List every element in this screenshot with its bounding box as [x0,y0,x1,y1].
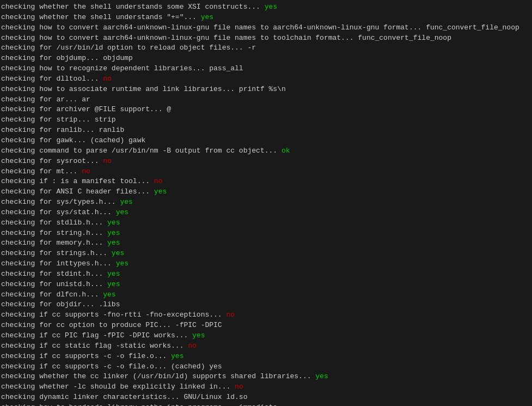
terminal-line: checking for ar... ar [1,95,531,105]
terminal-line: checking if cc supports -c -o file.o... … [1,352,531,362]
terminal-line: checking for dlltool... no [1,74,531,84]
terminal-line: checking if cc supports -fno-rtti -fno-e… [1,310,531,320]
terminal-line: checking for gawk... (cached) gawk [1,136,531,146]
terminal-line: checking how to recognize dependent libr… [1,64,531,74]
terminal-line: checking dynamic linker characteristics.… [1,392,531,403]
terminal-line: checking for strip... strip [1,115,531,125]
terminal-line: checking if cc static flag -static works… [1,341,531,352]
terminal-line: checking if cc supports -c -o file.o... … [1,362,531,372]
terminal-line: checking for mt... no [1,167,531,177]
terminal-line: checking whether -lc should be explicitl… [1,382,531,392]
terminal: checking whether the shell understands s… [0,0,532,406]
terminal-line: checking if : is a manifest tool... no [1,177,531,187]
terminal-line: checking for ANSI C header files... yes [1,187,531,197]
terminal-line: checking for memory.h... yes [1,238,531,249]
terminal-line: checking how to convert aarch64-unknown-… [1,33,531,44]
terminal-line: checking how to associate runtime and li… [1,84,531,95]
terminal-line: checking command to parse /usr/bin/nm -B… [1,146,531,156]
terminal-line: checking for inttypes.h... yes [1,259,531,269]
terminal-line: checking how to convert aarch64-unknown-… [1,23,531,33]
terminal-line: checking for archiver @FILE support... @ [1,105,531,115]
terminal-line: checking whether the shell understands "… [1,13,531,23]
terminal-line: checking for stdlib.h... yes [1,218,531,228]
terminal-line: checking for /usr/bin/ld option to reloa… [1,43,531,53]
terminal-line: checking for unistd.h... yes [1,280,531,290]
terminal-line: checking for sys/stat.h... yes [1,208,531,218]
terminal-line: checking for stdint.h... yes [1,269,531,280]
terminal-line: checking for ranlib... ranlib [1,125,531,136]
terminal-line: checking for sys/types.h... yes [1,197,531,208]
terminal-line: checking how to hardcode library paths i… [1,403,531,406]
terminal-line: checking for dlfcn.h... yes [1,290,531,300]
terminal-line: checking for strings.h... yes [1,249,531,259]
terminal-line: checking for objdump... objdump [1,53,531,64]
terminal-line: checking for cc option to produce PIC...… [1,320,531,331]
terminal-line: checking for string.h... yes [1,228,531,239]
terminal-line: checking whether the cc linker (/usr/bin… [1,372,531,382]
terminal-line: checking whether the shell understands s… [1,2,531,13]
terminal-line: checking if cc PIC flag -fPIC -DPIC work… [1,331,531,341]
terminal-line: checking for sysroot... no [1,156,531,167]
terminal-line: checking for objdir... .libs [1,300,531,310]
